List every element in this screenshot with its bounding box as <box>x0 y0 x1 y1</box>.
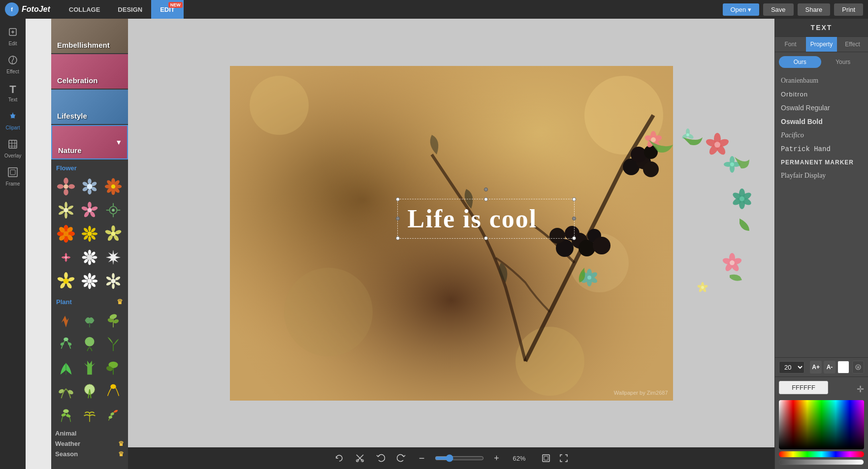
sidebar-content-panel: Embellishment Celebration Lifestyle Natu… <box>51 19 128 469</box>
svg-point-200 <box>732 162 740 167</box>
resize-handle-ml[interactable] <box>396 217 400 220</box>
rotate-button[interactable] <box>331 450 347 466</box>
font-size-select[interactable]: 20 24 32 48 <box>779 361 804 374</box>
color-hex-input[interactable]: FFFFFF <box>779 381 828 394</box>
text-tab-property[interactable]: Property <box>806 37 837 52</box>
flower-item-13[interactable] <box>55 247 77 268</box>
nav-tab-collage[interactable]: COLLAGE <box>60 0 109 19</box>
sidebar-item-overlay[interactable]: Overlay <box>0 136 26 161</box>
sidebar-item-frame[interactable]: Frame <box>0 164 26 189</box>
nav-tab-design[interactable]: DESIGN <box>109 0 151 19</box>
font-orbitron[interactable]: Orbitron <box>775 88 868 101</box>
flower-item-10[interactable] <box>79 223 100 245</box>
save-button[interactable]: Save <box>763 3 794 16</box>
category-celebration[interactable]: Celebration <box>51 54 128 89</box>
plant-item-18[interactable] <box>79 404 100 426</box>
plant-item-7[interactable] <box>102 333 124 355</box>
zoom-in-button[interactable]: + <box>489 450 505 466</box>
flower-item-7[interactable] <box>102 199 124 221</box>
svg-point-15 <box>64 178 68 184</box>
open-button[interactable]: Open ▾ <box>723 3 759 16</box>
plant-item-19[interactable] <box>102 404 124 426</box>
svg-point-226 <box>730 260 735 265</box>
color-crosshair-icon[interactable]: ✛ <box>857 384 864 395</box>
plant-item-3[interactable] <box>102 310 124 331</box>
flower-item-17[interactable] <box>55 270 77 292</box>
color-gradient-picker[interactable] <box>779 400 864 465</box>
plant-item-2[interactable] <box>79 310 100 331</box>
flower-item-3[interactable] <box>102 176 124 197</box>
svg-point-222 <box>731 257 742 266</box>
font-permanent-marker[interactable]: Permanent Marker <box>775 156 868 169</box>
flower-item-15[interactable] <box>102 247 124 268</box>
plant-item-13[interactable] <box>55 380 77 402</box>
color-more-button[interactable] <box>852 361 864 374</box>
text-tab-font[interactable]: Font <box>775 37 806 52</box>
font-patrick-hand[interactable]: Patrick Hand <box>775 142 868 156</box>
flower-item-2[interactable] <box>79 176 100 197</box>
zoom-slider[interactable] <box>435 454 484 462</box>
font-size-increase-button[interactable]: A+ <box>810 361 822 374</box>
nav-tab-edit[interactable]: EDIT NEW <box>151 0 184 19</box>
zoom-out-button[interactable]: − <box>414 450 430 466</box>
animal-category[interactable]: Animal <box>51 428 128 438</box>
flower-item-1[interactable] <box>55 176 77 197</box>
resize-handle-tr[interactable] <box>572 197 576 201</box>
plant-item-6[interactable] <box>79 333 100 355</box>
redo-button[interactable] <box>393 450 409 466</box>
plant-item-9[interactable] <box>55 357 77 378</box>
flower-item-14[interactable] <box>79 247 100 268</box>
season-category[interactable]: Season ♛ <box>51 448 128 459</box>
undo-button[interactable] <box>373 450 388 466</box>
flower-item-11[interactable] <box>102 223 124 245</box>
plant-item-14[interactable] <box>79 380 100 402</box>
font-pacifico[interactable]: Pacifico <box>775 128 868 142</box>
print-button[interactable]: Print <box>834 3 863 16</box>
share-button[interactable]: Share <box>798 3 831 16</box>
fit-screen-button[interactable] <box>538 450 554 466</box>
plant-item-15[interactable] <box>102 380 124 402</box>
resize-handle-tl[interactable] <box>396 197 400 201</box>
svg-point-219 <box>731 191 743 201</box>
flower-item-19[interactable] <box>102 270 124 292</box>
weather-category[interactable]: Weather ♛ <box>51 438 128 448</box>
sidebar-item-effect[interactable]: Effect <box>0 52 26 77</box>
category-nature[interactable]: Nature ▼ <box>51 125 128 159</box>
plant-item-5[interactable] <box>55 333 77 355</box>
rotate-handle[interactable] <box>484 188 488 191</box>
hue-slider[interactable] <box>779 451 864 457</box>
color-preview[interactable] <box>837 361 849 374</box>
font-tab-yours[interactable]: Yours <box>822 56 865 68</box>
season-crown-icon: ♛ <box>118 450 124 458</box>
font-oranienbaum[interactable]: Oranienbaum <box>775 74 868 88</box>
alpha-slider[interactable] <box>779 459 864 465</box>
plant-item-11[interactable] <box>102 357 124 378</box>
fullscreen-button[interactable] <box>556 450 572 466</box>
plant-item-10[interactable] <box>79 357 100 378</box>
resize-handle-mr[interactable] <box>572 217 576 220</box>
canvas-container[interactable]: Life is cool Wallpaper by Zim2687 <box>230 66 673 401</box>
text-tab-effect[interactable]: Effect <box>837 37 868 52</box>
resize-handle-tc[interactable] <box>484 197 488 201</box>
font-playfair-display[interactable]: Playfair Display <box>775 169 868 183</box>
sidebar-item-edit[interactable]: Edit <box>0 24 26 49</box>
font-oswald-bold[interactable]: Oswald Bold <box>775 115 868 128</box>
plant-item-1[interactable] <box>55 310 77 331</box>
font-size-decrease-button[interactable]: A- <box>824 361 836 374</box>
plant-item-17[interactable] <box>55 404 77 426</box>
canvas-text-element[interactable]: Life is cool <box>397 199 575 239</box>
flower-item-18[interactable] <box>79 270 100 292</box>
sidebar-item-text[interactable]: T Text <box>0 80 26 105</box>
category-lifestyle[interactable]: Lifestyle <box>51 90 128 124</box>
scissors-button[interactable] <box>352 450 368 466</box>
flower-item-5[interactable] <box>55 199 77 221</box>
font-tab-ours[interactable]: Ours <box>779 56 821 68</box>
flower-item-6[interactable] <box>79 199 100 221</box>
flower-item-9[interactable] <box>55 223 77 245</box>
resize-handle-bl[interactable] <box>396 236 400 240</box>
resize-handle-br[interactable] <box>572 236 576 240</box>
resize-handle-bc[interactable] <box>484 236 488 240</box>
sidebar-item-clipart[interactable]: Clipart <box>0 108 26 133</box>
font-oswald-regular[interactable]: Oswald Regular <box>775 101 868 115</box>
category-embellishment[interactable]: Embellishment <box>51 19 128 53</box>
